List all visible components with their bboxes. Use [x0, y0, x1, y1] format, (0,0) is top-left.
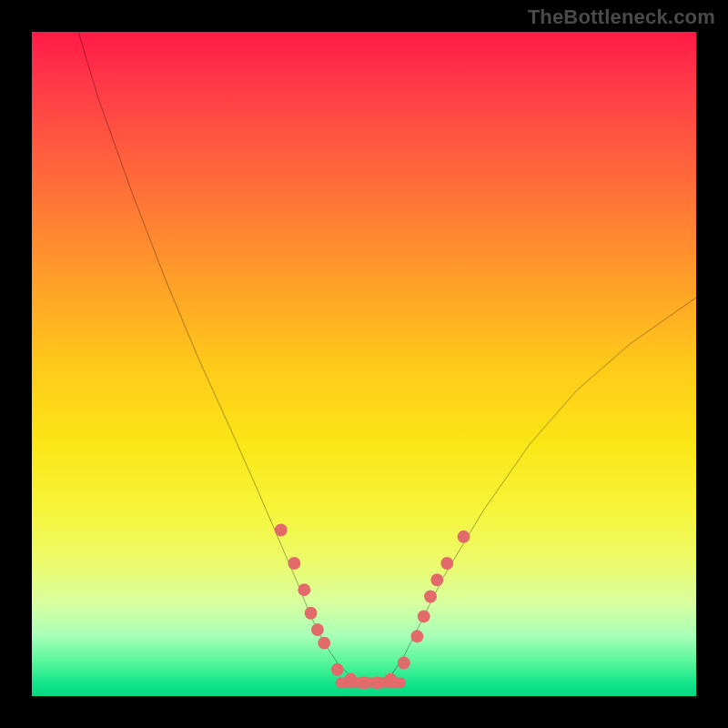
svg-point-3: [298, 583, 310, 596]
svg-point-9: [358, 676, 370, 689]
watermark-text: TheBottleneck.com: [528, 5, 715, 29]
svg-point-12: [398, 657, 410, 670]
svg-point-6: [318, 637, 330, 650]
svg-point-10: [371, 676, 384, 689]
svg-point-2: [288, 557, 300, 570]
svg-point-1: [275, 524, 288, 537]
svg-point-16: [430, 573, 443, 586]
svg-point-18: [458, 531, 470, 543]
svg-point-15: [424, 591, 437, 603]
svg-point-8: [344, 673, 357, 686]
curve-line: [78, 32, 696, 682]
svg-point-11: [384, 673, 397, 686]
svg-point-14: [418, 610, 430, 622]
scatter-dots: [275, 524, 470, 690]
chart-overlay: [32, 32, 696, 696]
svg-point-5: [311, 623, 324, 636]
svg-point-13: [410, 630, 423, 642]
svg-point-7: [331, 663, 344, 676]
plot-area: [32, 32, 696, 696]
chart-frame: TheBottleneck.com: [0, 0, 728, 728]
svg-point-17: [440, 557, 453, 570]
svg-point-4: [305, 607, 318, 620]
